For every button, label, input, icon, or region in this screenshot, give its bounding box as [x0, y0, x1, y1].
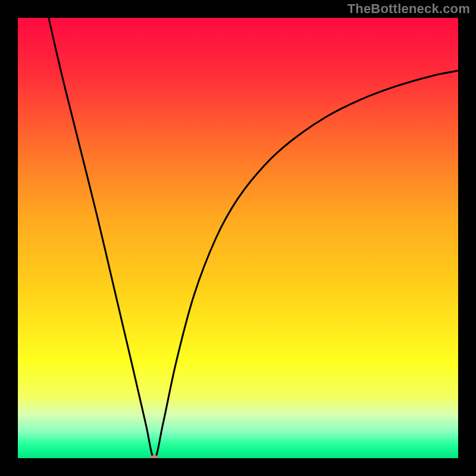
- chart-frame: TheBottleneck.com: [0, 0, 476, 476]
- chart-svg: [18, 18, 458, 458]
- plot-area: [18, 18, 458, 458]
- watermark-text: TheBottleneck.com: [347, 1, 470, 17]
- gradient-background: [18, 18, 458, 458]
